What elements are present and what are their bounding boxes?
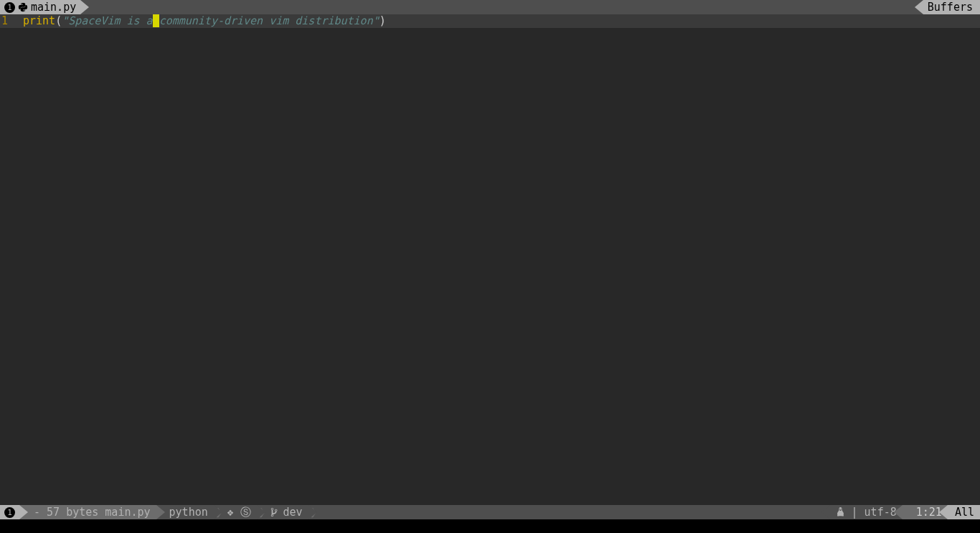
code-content: print("SpaceVim is a community-driven vi…: [23, 14, 386, 28]
editor-area[interactable]: [0, 28, 980, 505]
status-filetype: python: [156, 505, 214, 519]
editor-line-1[interactable]: 1 print("SpaceVim is a community-driven …: [0, 14, 980, 28]
python-icon: [18, 2, 28, 12]
status-encoding: | utf-8: [830, 505, 903, 519]
status-window-number: 1: [0, 505, 19, 519]
linux-icon: [836, 507, 845, 517]
status-file-info: - 57 bytes main.py: [19, 505, 156, 519]
status-checker: ❖ Ⓢ: [225, 505, 257, 519]
cursor: [153, 14, 159, 27]
tab-number-icon: 1: [4, 2, 15, 13]
buffers-label[interactable]: Buffers: [923, 0, 980, 14]
tab-bar: 1 main.py Buffers: [0, 0, 980, 14]
status-git: dev: [268, 505, 308, 519]
command-line[interactable]: [0, 519, 980, 533]
tab-main-py[interactable]: 1 main.py: [0, 0, 80, 14]
line-number: 1: [0, 14, 23, 28]
status-percent: All: [948, 505, 980, 519]
git-branch-icon: [270, 507, 279, 517]
status-line: 1 - 57 bytes main.py python ❯ ❖ Ⓢ ❯ dev …: [0, 505, 980, 519]
svg-text:1: 1: [7, 4, 11, 11]
tab-filename: main.py: [31, 1, 76, 14]
